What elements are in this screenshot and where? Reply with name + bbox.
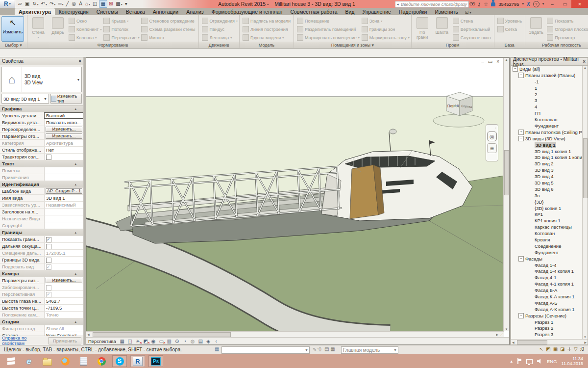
property-row[interactable]: Примечания — [0, 174, 83, 181]
modify-selector-icon[interactable]: ⊡ ▾ — [465, 10, 471, 15]
property-row[interactable]: Заблокированн... — [0, 284, 83, 291]
ribbon-tab[interactable]: Архитектура — [15, 8, 55, 15]
tree-item[interactable]: КР1 — [511, 211, 582, 217]
ribbon-tab[interactable]: Анализ — [182, 8, 207, 15]
tree-expand-icon[interactable]: − — [518, 73, 524, 78]
tree-item[interactable]: {3D} копия 1 — [511, 205, 582, 211]
ribbon-panel-label[interactable]: Движение — [199, 42, 239, 48]
ribbon-tab[interactable]: Конструкция — [55, 8, 93, 15]
ribbon-small-button[interactable]: Зона ▾ — [362, 17, 410, 25]
design-options-icons[interactable]: ▤ ▦ — [324, 346, 335, 352]
chrome-icon[interactable] — [94, 355, 109, 367]
user-id[interactable]: 35452795 — [498, 1, 519, 7]
scroll-right-icon[interactable]: ▶ — [583, 340, 588, 344]
drawing-area[interactable]: Перед Справа – ▭ × ◦ ◎ ⊕ ▲ ▼ ◀ ▶ ⋰ Персп… — [86, 57, 510, 345]
property-row[interactable]: Заголовок на л... — [0, 209, 83, 215]
property-row[interactable]: Назначение Вида — [0, 215, 83, 222]
switch-windows-icon[interactable]: ▩▾ — [115, 0, 123, 7]
edit-type-button[interactable]: Изменить тип — [50, 94, 82, 104]
tree-item[interactable]: 3D вид 1 копия 1 — [511, 148, 582, 155]
language-indicator[interactable]: ENG — [547, 359, 557, 364]
tree-item[interactable]: 3D вид 2 — [511, 160, 582, 167]
ribbon-small-button[interactable]: Пандус — [202, 25, 238, 33]
tree-item[interactable]: КР1 копия 1 — [511, 217, 582, 224]
subscription-icon[interactable]: ☆ — [484, 1, 488, 7]
ribbon-big-button[interactable]: Дверь — [49, 16, 67, 42]
sun-path-icon[interactable]: ☀ — [135, 338, 141, 344]
default-3d-view-icon[interactable]: ⌂▾ — [84, 0, 91, 7]
photoshop-icon[interactable]: Ps — [148, 355, 163, 367]
property-row[interactable]: Зависимость ур... Независимый — [0, 202, 83, 209]
tree-item[interactable]: − Разрезы (Сечение) — [511, 313, 582, 319]
tree-item[interactable]: 1 — [511, 85, 582, 91]
close-icon[interactable]: × — [583, 59, 586, 64]
tag-icon[interactable]: ◎ — [71, 0, 78, 7]
tree-item[interactable]: Фасад А-К копия 1 — [511, 306, 582, 313]
detail-level-icon[interactable]: ▦ — [119, 338, 125, 344]
property-row[interactable]: Высота точки ц... -7109.5 — [0, 305, 83, 312]
sync-icon[interactable]: ↻▾ — [31, 0, 39, 7]
tree-item[interactable]: Фасад 4-1 — [511, 274, 582, 281]
resize-grip-icon[interactable]: ⋰ — [499, 332, 504, 337]
worksets-icon[interactable]: ▦ — [215, 346, 219, 352]
tree-item[interactable]: 3в — [511, 192, 582, 199]
viewport-close-icon[interactable]: × — [496, 59, 499, 64]
tree-expand-icon[interactable]: − — [518, 256, 524, 262]
ribbon-panel-label[interactable]: Проем — [412, 42, 494, 48]
minimize-button[interactable]: – — [546, 0, 559, 8]
scroll-left-icon[interactable]: ◀ — [86, 332, 91, 337]
viewport-restore-icon[interactable]: ▭ — [488, 59, 492, 64]
ribbon-small-button[interactable]: Стена — [453, 17, 492, 25]
viewport-horizontal-scrollbar[interactable]: ◀ ▶ ⋰ — [86, 331, 504, 337]
revit-icon[interactable]: R — [130, 355, 145, 367]
ribbon-small-button[interactable]: Компонент ▾ — [69, 25, 101, 33]
ribbon-small-button[interactable]: Ограждения ▾ — [202, 17, 238, 25]
ribbon-panel-label[interactable]: Рабочая плоскость — [525, 42, 588, 48]
ribbon-tab[interactable]: Управление — [358, 8, 394, 15]
ribbon-big-button[interactable]: Шахта — [433, 16, 451, 42]
property-row[interactable]: Подрезать вид — [0, 263, 83, 270]
property-row[interactable]: Положение кам... Точно — [0, 312, 83, 318]
tree-item[interactable]: Фасад Б-А — [511, 287, 582, 293]
ribbon-small-button[interactable]: Лестница ▾ — [202, 33, 238, 42]
tree-item[interactable]: 3D вид 4 — [511, 173, 582, 180]
tree-item[interactable]: − Фасады — [511, 256, 582, 262]
crop-view-icon[interactable]: ▭ — [158, 338, 165, 344]
tree-item[interactable]: − Планы этажей (Планы) — [511, 72, 582, 79]
navigation-bar[interactable]: ◦ ◎ ⊕ — [486, 124, 498, 161]
tree-item[interactable]: + Планы потолков (Ceiling Plan — [511, 129, 582, 135]
ribbon-small-button[interactable]: Колонна ▾ — [69, 33, 101, 42]
ribbon-small-button[interactable]: Уровень — [497, 17, 524, 25]
tree-item[interactable]: Фасад А-Б — [511, 300, 582, 306]
chevron-down-icon[interactable]: ▾ — [522, 2, 524, 6]
browser-horizontal-scrollbar[interactable]: ◀ ▶ — [511, 339, 588, 344]
rendering-dialog-icon[interactable]: ◉ — [150, 338, 157, 344]
select-by-face-icon[interactable]: ◪ — [560, 346, 564, 352]
scrollbar-thumb[interactable] — [504, 150, 509, 195]
ribbon-small-button[interactable]: Импост — [141, 33, 196, 42]
property-row[interactable]: Границы 3D вида — [0, 257, 83, 263]
temporary-view-properties-icon[interactable]: ▤ — [197, 338, 204, 344]
checkbox[interactable] — [46, 285, 51, 290]
instance-selector[interactable]: 3D вид: 3D вид 1 ▼ — [1, 94, 49, 104]
pan-icon[interactable]: ⊕ — [487, 143, 497, 153]
ribbon-small-button[interactable]: Потолок — [103, 25, 139, 33]
property-row[interactable]: Переопределен... Изменить... — [0, 126, 83, 133]
calculator-icon[interactable] — [76, 355, 91, 367]
property-row[interactable]: Стадии — [0, 318, 83, 325]
ribbon-small-button[interactable]: Надпись на модели — [243, 17, 292, 25]
checkbox[interactable] — [46, 264, 51, 270]
displaced-elements-icon[interactable]: ◈ — [205, 338, 212, 344]
restore-button[interactable]: ▭ — [559, 0, 571, 8]
open-icon[interactable]: ▱ — [17, 0, 24, 7]
scrollbar-thumb[interactable] — [517, 340, 547, 344]
tree-item[interactable]: Фасад К-А копия 1 — [511, 293, 582, 300]
property-row[interactable]: Категория Архитектура — [0, 140, 83, 147]
editable-only-toggle[interactable]: ✎:0 — [313, 347, 321, 352]
tree-expand-icon[interactable]: − — [513, 66, 518, 72]
property-row[interactable]: Траектория сол... — [0, 154, 83, 160]
ribbon-small-button[interactable]: Маркировать помещение ▾ — [297, 33, 360, 42]
close-icon[interactable]: × — [78, 58, 81, 64]
ribbon-tab[interactable]: Вид — [341, 8, 358, 15]
design-option-combo[interactable]: Главная модель▼ — [341, 346, 398, 354]
